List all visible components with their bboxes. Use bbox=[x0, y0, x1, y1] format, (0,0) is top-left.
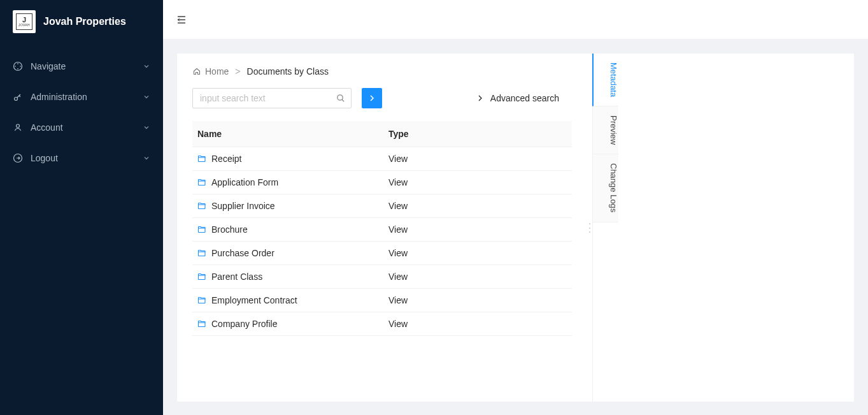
folder-open-icon bbox=[197, 225, 206, 234]
menu-fold-icon[interactable] bbox=[176, 14, 187, 25]
brand-area[interactable]: JJOVAH Jovah Properties bbox=[0, 0, 163, 43]
cell-type[interactable]: View bbox=[383, 242, 572, 265]
table-row: Employment ContractView bbox=[192, 289, 572, 312]
breadcrumb-home[interactable]: Home bbox=[192, 66, 229, 76]
search-icon bbox=[336, 94, 345, 103]
table-row: Application FormView bbox=[192, 171, 572, 194]
tab-metadata[interactable]: Metadata bbox=[592, 54, 618, 106]
folder-open-icon bbox=[197, 178, 206, 187]
tab-change-logs[interactable]: Change Logs bbox=[593, 154, 618, 222]
cell-type[interactable]: View bbox=[383, 218, 572, 241]
cell-type[interactable]: View bbox=[383, 265, 572, 288]
breadcrumb-separator: > bbox=[235, 66, 240, 76]
chevron-down-icon bbox=[143, 93, 150, 101]
user-icon bbox=[13, 122, 23, 133]
panel-main: Home > Documents by Class bbox=[177, 54, 587, 402]
folder-open-icon bbox=[197, 296, 206, 305]
chevron-right-icon bbox=[368, 94, 376, 102]
side-tab-content bbox=[618, 54, 854, 402]
logout-icon bbox=[13, 153, 23, 163]
table-row: Parent ClassView bbox=[192, 265, 572, 289]
brand-logo: JJOVAH bbox=[13, 10, 36, 33]
cell-name[interactable]: Brochure bbox=[192, 218, 383, 241]
cell-name[interactable]: Employment Contract bbox=[192, 289, 383, 312]
breadcrumb-home-label: Home bbox=[205, 66, 229, 76]
cell-type[interactable]: View bbox=[383, 312, 572, 335]
panel-resize-handle[interactable]: ⋮ bbox=[587, 54, 592, 402]
sidebar-item-label: Navigate bbox=[31, 61, 135, 71]
cell-name[interactable]: Receipt bbox=[192, 147, 383, 170]
sidebar-item-label: Account bbox=[31, 122, 135, 133]
row-name-label: Employment Contract bbox=[211, 295, 297, 305]
brand-name: Jovah Properties bbox=[43, 16, 126, 27]
breadcrumb-current: Documents by Class bbox=[247, 66, 329, 76]
tab-preview[interactable]: Preview bbox=[593, 106, 618, 154]
home-icon bbox=[192, 67, 201, 76]
sidebar-item-administration[interactable]: Administration bbox=[0, 82, 163, 112]
folder-open-icon bbox=[197, 249, 206, 258]
row-name-label: Application Form bbox=[211, 177, 278, 187]
folder-open-icon bbox=[197, 201, 206, 210]
table-header: Name Type bbox=[192, 121, 572, 147]
row-name-label: Supplier Invoice bbox=[211, 201, 275, 211]
compass-icon bbox=[13, 61, 23, 71]
sidebar-item-navigate[interactable]: Navigate bbox=[0, 51, 163, 82]
panel: Home > Documents by Class bbox=[177, 54, 854, 402]
chevron-down-icon bbox=[143, 62, 150, 70]
search-input[interactable] bbox=[192, 88, 352, 108]
svg-point-2 bbox=[17, 124, 20, 127]
cell-type[interactable]: View bbox=[383, 171, 572, 194]
cell-name[interactable]: Application Form bbox=[192, 171, 383, 194]
documents-table: Name Type ReceiptViewApplication FormVie… bbox=[192, 121, 572, 336]
row-name-label: Company Profile bbox=[211, 319, 278, 329]
sidebar-item-account[interactable]: Account bbox=[0, 112, 163, 143]
row-name-label: Parent Class bbox=[211, 272, 262, 282]
search-button[interactable] bbox=[362, 88, 382, 108]
breadcrumb: Home > Documents by Class bbox=[192, 66, 572, 76]
sidebar-item-label: Administration bbox=[31, 92, 135, 102]
folder-open-icon bbox=[197, 154, 206, 163]
table-row: BrochureView bbox=[192, 218, 572, 242]
col-header-type[interactable]: Type bbox=[383, 121, 572, 147]
search-box bbox=[192, 88, 352, 108]
table-row: ReceiptView bbox=[192, 147, 572, 171]
sidebar-item-logout[interactable]: Logout bbox=[0, 143, 163, 173]
cell-type[interactable]: View bbox=[383, 289, 572, 312]
search-row: Advanced search bbox=[192, 88, 572, 108]
side-tabs: Metadata Preview Change Logs bbox=[593, 54, 618, 402]
sidebar-nav: Navigate Administration Account bbox=[0, 43, 163, 173]
svg-point-4 bbox=[338, 95, 343, 100]
chevron-down-icon bbox=[143, 124, 150, 131]
content: Home > Documents by Class bbox=[163, 40, 868, 415]
cell-type[interactable]: View bbox=[383, 194, 572, 217]
cell-type[interactable]: View bbox=[383, 147, 572, 170]
cell-name[interactable]: Purchase Order bbox=[192, 242, 383, 265]
main-area: Home > Documents by Class bbox=[163, 0, 868, 415]
topbar bbox=[163, 0, 868, 40]
col-header-name[interactable]: Name bbox=[192, 121, 383, 147]
folder-open-icon bbox=[197, 272, 206, 281]
table-row: Supplier InvoiceView bbox=[192, 194, 572, 218]
table-body: ReceiptViewApplication FormViewSupplier … bbox=[192, 147, 572, 336]
cell-name[interactable]: Parent Class bbox=[192, 265, 383, 288]
advanced-search-label: Advanced search bbox=[490, 93, 559, 103]
chevron-right-icon bbox=[476, 94, 484, 102]
folder-open-icon bbox=[197, 319, 206, 328]
chevron-down-icon bbox=[143, 154, 150, 162]
svg-point-1 bbox=[15, 98, 18, 101]
cell-name[interactable]: Supplier Invoice bbox=[192, 194, 383, 217]
panel-side: Metadata Preview Change Logs bbox=[592, 54, 854, 402]
sidebar: JJOVAH Jovah Properties Navigate Adminis… bbox=[0, 0, 163, 415]
advanced-search-toggle[interactable]: Advanced search bbox=[476, 93, 559, 103]
table-row: Purchase OrderView bbox=[192, 242, 572, 265]
row-name-label: Purchase Order bbox=[211, 248, 274, 258]
sidebar-item-label: Logout bbox=[31, 153, 135, 163]
cell-name[interactable]: Company Profile bbox=[192, 312, 383, 335]
table-row: Company ProfileView bbox=[192, 312, 572, 336]
key-icon bbox=[13, 92, 23, 102]
row-name-label: Brochure bbox=[211, 224, 248, 235]
row-name-label: Receipt bbox=[211, 154, 241, 164]
